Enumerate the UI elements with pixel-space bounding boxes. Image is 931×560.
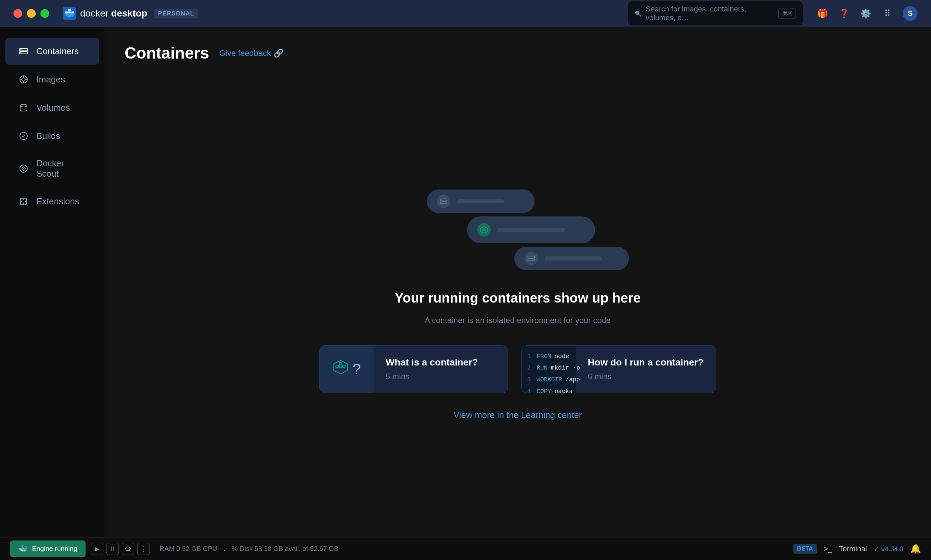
pause-button[interactable]: ⏸ xyxy=(107,543,119,555)
container-illustration xyxy=(400,183,636,277)
svg-rect-26 xyxy=(528,256,534,258)
close-button[interactable] xyxy=(14,9,22,18)
power-button[interactable]: ⏻ xyxy=(122,543,134,555)
card-2-title: How do I run a container? xyxy=(588,357,704,368)
view-more-link[interactable]: View more in the Learning center xyxy=(453,410,582,420)
svg-rect-27 xyxy=(528,259,534,261)
svg-rect-25 xyxy=(484,229,486,230)
search-shortcut: ⌘K xyxy=(778,8,796,19)
personal-badge: PERSONAL xyxy=(154,9,198,18)
search-icon: 🔍 xyxy=(635,11,642,17)
avatar[interactable]: S xyxy=(903,6,917,21)
pill-1-line xyxy=(457,199,504,203)
terminal-area: BETA >_ Terminal ✓ v4.34.0 🔔 xyxy=(793,543,921,554)
svg-marker-23 xyxy=(481,226,487,233)
svg-point-17 xyxy=(20,132,27,140)
docker-scout-icon xyxy=(17,163,29,175)
docker-logo: docker desktop PERSONAL xyxy=(63,7,198,20)
sidebar-label-containers: Containers xyxy=(36,46,79,57)
svg-rect-29 xyxy=(336,365,338,368)
play-button[interactable]: ▶ xyxy=(91,543,103,555)
bell-icon[interactable]: 🔔 xyxy=(910,543,921,554)
svg-rect-24 xyxy=(482,229,484,230)
grid-icon[interactable]: ⠿ xyxy=(881,8,893,20)
engine-icon: 🐳 xyxy=(18,545,27,553)
docker-logo-icon xyxy=(63,7,76,20)
code-line-3: 3 WORKDIR /app xyxy=(527,375,570,385)
sidebar-label-docker-scout: Docker Scout xyxy=(36,158,87,179)
svg-rect-32 xyxy=(339,362,342,365)
pill-1 xyxy=(427,189,534,213)
maximize-button[interactable] xyxy=(40,9,49,18)
sidebar-label-extensions: Extensions xyxy=(36,196,79,207)
card-1-icon-area: ? xyxy=(320,346,374,393)
code-line-1: 1 FROM node xyxy=(527,352,570,362)
sidebar-item-docker-scout[interactable]: Docker Scout xyxy=(5,151,99,186)
svg-rect-2 xyxy=(68,11,71,14)
menu-button[interactable]: ⋮ xyxy=(137,543,150,555)
card-what-is-container[interactable]: ? What is a container? 5 mins xyxy=(319,345,508,393)
card-1-title: What is a container? xyxy=(386,357,478,368)
settings-icon[interactable]: ⚙️ xyxy=(860,8,872,20)
beta-badge: BETA xyxy=(793,544,817,554)
card-1-duration: 5 mins xyxy=(386,372,478,381)
help-icon[interactable]: ❓ xyxy=(838,8,850,20)
empty-state-title: Your running containers show up here xyxy=(395,291,641,306)
main-layout: Containers Images xyxy=(0,27,931,537)
sidebar-item-images[interactable]: Images xyxy=(5,66,99,93)
engine-status: 🐳 Engine running xyxy=(10,540,86,557)
feedback-link[interactable]: Give feedback 🔗 xyxy=(219,48,284,58)
builds-icon xyxy=(17,130,29,142)
sidebar-label-images: Images xyxy=(36,74,65,85)
traffic-lights xyxy=(14,9,49,18)
sidebar-item-builds[interactable]: Builds xyxy=(5,123,99,149)
svg-rect-22 xyxy=(440,202,447,204)
pill-2-line xyxy=(497,228,565,232)
sidebar-label-builds: Builds xyxy=(36,131,60,142)
sidebar-item-containers[interactable]: Containers xyxy=(5,38,99,65)
titlebar-icons: 🎁 ❓ ⚙️ ⠿ S xyxy=(817,6,917,21)
sidebar-item-volumes[interactable]: Volumes xyxy=(5,94,99,121)
pill-3 xyxy=(514,247,629,270)
page-header: Containers Give feedback 🔗 xyxy=(125,44,911,62)
volumes-icon xyxy=(17,102,29,114)
svg-rect-21 xyxy=(440,199,447,201)
status-metrics: RAM 0.52 GB CPU --.-- % Disk 58.38 GB av… xyxy=(160,545,338,552)
svg-point-20 xyxy=(23,168,24,169)
learning-cards: ? What is a container? 5 mins 1 FROM nod… xyxy=(319,345,716,393)
svg-rect-30 xyxy=(339,365,342,368)
gift-icon[interactable]: 🎁 xyxy=(817,8,829,20)
pill-2 xyxy=(467,216,595,243)
extensions-icon xyxy=(17,195,29,207)
sidebar-item-extensions[interactable]: Extensions xyxy=(5,188,99,215)
containers-icon xyxy=(17,45,29,57)
external-link-icon: 🔗 xyxy=(273,48,284,58)
statusbar: 🐳 Engine running ▶ ⏸ ⏻ ⋮ RAM 0.52 GB CPU… xyxy=(0,537,931,560)
empty-state-subtitle: A container is an isolated environment f… xyxy=(425,316,611,325)
pill-1-icon xyxy=(437,194,450,208)
card-2-duration: 6 mins xyxy=(588,372,704,381)
pill-3-line xyxy=(545,257,602,260)
card-how-to-run[interactable]: 1 FROM node 2 RUN mkdir -p 3 WORKDIR xyxy=(522,345,716,393)
svg-point-10 xyxy=(22,78,25,81)
code-line-4: 4 COPY packa xyxy=(527,387,570,393)
search-placeholder: Search for images, containers, volumes, … xyxy=(646,5,774,22)
card-1-content: What is a container? 5 mins xyxy=(374,348,490,391)
page-title: Containers xyxy=(125,44,209,62)
svg-rect-31 xyxy=(343,365,345,368)
search-bar[interactable]: 🔍 Search for images, containers, volumes… xyxy=(628,1,803,26)
version-info: ✓ v4.34.0 xyxy=(874,545,903,553)
images-icon xyxy=(17,73,29,86)
svg-rect-1 xyxy=(65,11,68,14)
terminal-label[interactable]: Terminal xyxy=(839,545,867,553)
terminal-prompt-icon: >_ xyxy=(824,545,832,553)
svg-point-8 xyxy=(20,52,22,53)
minimize-button[interactable] xyxy=(27,9,36,18)
card-2-content: How do I run a container? 6 mins xyxy=(576,348,716,391)
sidebar-label-volumes: Volumes xyxy=(36,103,70,113)
engine-label: Engine running xyxy=(32,545,77,552)
sidebar: Containers Images xyxy=(0,27,104,537)
svg-rect-3 xyxy=(68,9,71,11)
pill-3-icon xyxy=(525,252,538,265)
card-1-docker-icon xyxy=(332,359,349,379)
